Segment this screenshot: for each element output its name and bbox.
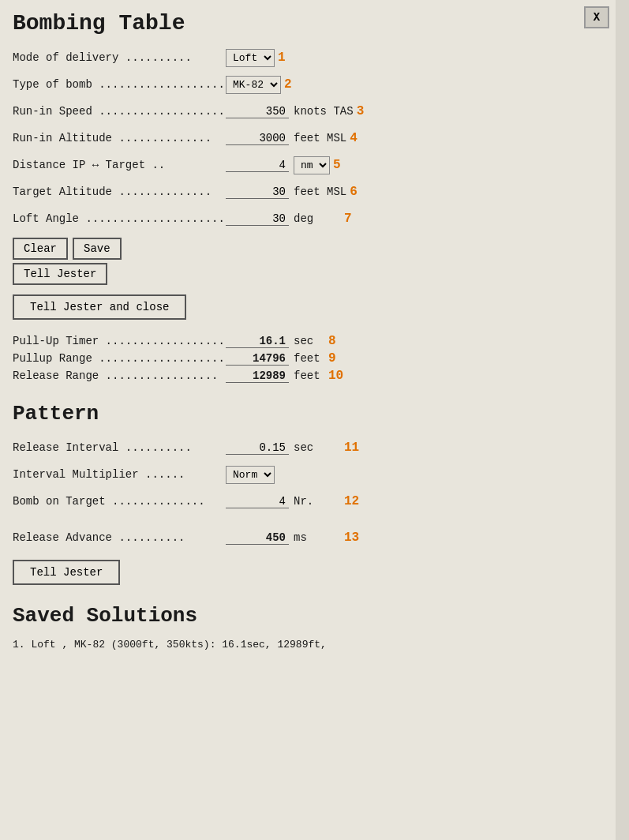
pattern-tell-jester-button[interactable]: Tell Jester [13, 560, 120, 585]
loft-angle-row: Loft Angle ..................... deg 7 [13, 208, 600, 230]
release-range-number: 10 [328, 369, 343, 383]
release-range-label: Release Range ................. [13, 369, 226, 382]
release-interval-label: Release Interval .......... [13, 441, 226, 454]
bomb-on-target-label: Bomb on Target .............. [13, 495, 226, 508]
tell-jester-button[interactable]: Tell Jester [13, 263, 107, 285]
btn-row-1: Clear Save [13, 238, 600, 260]
mode-number: 1 [278, 51, 286, 65]
pattern-title: Pattern [13, 402, 600, 426]
main-container: X Bombing Table Mode of delivery .......… [0, 0, 616, 840]
pullup-timer-row: Pull-Up Timer .................. 16.1 se… [13, 334, 600, 348]
bomb-label: Type of bomb ................... [13, 78, 226, 91]
release-interval-number: 11 [344, 441, 359, 455]
bomb-on-target-input[interactable] [226, 495, 289, 508]
bomb-on-target-unit: Nr. [294, 495, 341, 508]
interval-mult-select[interactable]: Norm x2 x3 x4 [226, 466, 275, 484]
interval-mult-label: Interval Multiplier ...... [13, 468, 226, 481]
mode-of-delivery-row: Mode of delivery .......... Loft CCIP CC… [13, 47, 600, 69]
release-advance-number: 13 [344, 531, 359, 545]
loft-angle-unit: deg [294, 212, 341, 225]
distance-label: Distance IP ↔ Target .. [13, 159, 226, 171]
release-advance-unit: ms [294, 531, 341, 544]
pullup-timer-unit: sec [294, 335, 325, 347]
distance-unit-select[interactable]: nm km mi [294, 156, 330, 174]
close-button[interactable]: X [584, 6, 609, 28]
target-alt-number: 6 [350, 185, 358, 199]
release-range-value: 12989 [226, 369, 289, 383]
speed-unit: knots TAS [294, 105, 354, 118]
target-alt-label: Target Altitude .............. [13, 186, 226, 198]
pullup-range-unit: feet [294, 352, 325, 365]
altitude-unit: feet MSL [294, 132, 346, 144]
release-range-unit: feet [294, 369, 325, 382]
release-interval-input[interactable] [226, 441, 289, 455]
tell-jester-close-button[interactable]: Tell Jester and close [13, 294, 186, 320]
results-section: Pull-Up Timer .................. 16.1 se… [13, 334, 600, 383]
speed-label: Run-in Speed ................... [13, 105, 226, 118]
bomb-select[interactable]: MK-82 MK-83 MK-84 [226, 76, 281, 94]
pullup-timer-label: Pull-Up Timer .................. [13, 335, 226, 347]
tell-jester-close-wrapper: Tell Jester and close [13, 288, 600, 320]
pattern-tell-jester-wrapper: Tell Jester [13, 553, 600, 585]
pullup-range-label: Pullup Range ................... [13, 352, 226, 365]
pullup-range-row: Pullup Range ................... 14796 f… [13, 351, 600, 366]
speed-row: Run-in Speed ................... knots T… [13, 100, 600, 122]
save-button[interactable]: Save [73, 238, 122, 260]
speed-number: 3 [357, 104, 365, 118]
distance-number: 5 [333, 158, 341, 172]
speed-input[interactable] [226, 105, 289, 118]
target-alt-input[interactable] [226, 186, 289, 199]
interval-mult-row: Interval Multiplier ...... Norm x2 x3 x4 [13, 463, 600, 486]
release-interval-row: Release Interval .......... sec 11 [13, 437, 600, 459]
bomb-on-target-row: Bomb on Target .............. Nr. 12 [13, 490, 600, 512]
release-advance-row: Release Advance .......... 450 ms 13 [13, 527, 600, 549]
loft-angle-number: 7 [344, 212, 352, 226]
distance-row: Distance IP ↔ Target .. nm km mi 5 [13, 154, 600, 176]
release-advance-label: Release Advance .......... [13, 531, 226, 544]
target-altitude-row: Target Altitude .............. feet MSL … [13, 181, 600, 203]
bomb-type-row: Type of bomb ................... MK-82 M… [13, 73, 600, 96]
altitude-input[interactable] [226, 132, 289, 145]
pullup-timer-number: 8 [328, 334, 336, 348]
clear-button[interactable]: Clear [13, 238, 68, 260]
pullup-timer-value: 16.1 [226, 335, 289, 348]
altitude-row: Run-in Altitude .............. feet MSL … [13, 127, 600, 149]
saved-solutions-title: Saved Solutions [13, 604, 600, 628]
page-title: Bombing Table [13, 11, 600, 36]
saved-solutions-list: 1. Loft , MK-82 (3000ft, 350kts): 16.1se… [13, 639, 600, 651]
release-range-row: Release Range ................. 12989 fe… [13, 369, 600, 383]
mode-select[interactable]: Loft CCIP CCRP [226, 49, 275, 67]
target-alt-unit: feet MSL [294, 186, 346, 198]
bomb-number: 2 [284, 77, 292, 92]
pullup-range-value: 14796 [226, 352, 289, 366]
altitude-label: Run-in Altitude .............. [13, 132, 226, 144]
altitude-number: 4 [350, 131, 358, 145]
release-interval-unit: sec [294, 441, 341, 454]
tell-jester-wrapper: Tell Jester [13, 263, 600, 285]
loft-angle-label: Loft Angle ..................... [13, 212, 226, 225]
release-advance-value: 450 [226, 531, 289, 545]
saved-item-1: 1. Loft , MK-82 (3000ft, 350kts): 16.1se… [13, 639, 600, 651]
loft-angle-input[interactable] [226, 212, 289, 226]
distance-input[interactable] [226, 159, 289, 172]
mode-label: Mode of delivery .......... [13, 51, 226, 64]
bomb-on-target-number: 12 [344, 494, 359, 508]
pullup-range-number: 9 [328, 351, 336, 366]
